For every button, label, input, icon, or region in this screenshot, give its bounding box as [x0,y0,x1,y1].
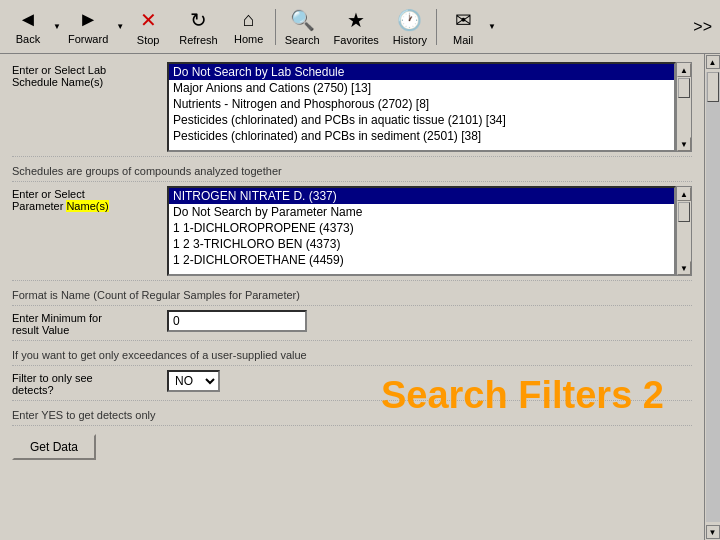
main-scrollbar: ▲ ▼ [704,54,720,540]
search-label: Search [285,34,320,46]
lab-schedule-scrollbar: ▲ ▼ [676,62,692,152]
parameter-listbox-container: NITROGEN NITRATE D. (337)Do Not Search b… [167,186,692,276]
parameter-name-highlight: Name(s) [66,200,108,212]
mail-button[interactable]: ✉ Mail [439,4,487,50]
detects-info: Enter YES to get detects only [12,407,692,426]
stop-button[interactable]: ✕ Stop [124,4,172,50]
lab-schedule-scroll-track [677,77,691,137]
parameter-item[interactable]: Do Not Search by Parameter Name [169,204,674,220]
history-label: History [393,34,427,46]
stop-label: Stop [137,34,160,46]
parameter-item[interactable]: NITROGEN NITRATE D. (337) [169,188,674,204]
main-scroll-up[interactable]: ▲ [706,55,720,69]
back-arrow[interactable]: ▼ [53,22,61,31]
favorites-button[interactable]: ★ Favorites [327,4,386,50]
lab-schedule-scroll-thumb[interactable] [678,78,690,98]
back-button[interactable]: ◄ Back [4,4,52,50]
parameter-scroll-track [677,201,691,261]
lab-schedule-row: Enter or Select LabSchedule Name(s) Do N… [12,62,692,157]
refresh-icon: ↻ [190,8,207,32]
main-scroll-down[interactable]: ▼ [706,525,720,539]
get-data-button[interactable]: Get Data [12,434,96,460]
stop-icon: ✕ [140,8,157,32]
lab-schedule-listbox-container: Do Not Search by Lab ScheduleMajor Anion… [167,62,692,152]
back-label: Back [16,33,40,45]
back-icon: ◄ [18,8,38,31]
toolbar-separator-2 [436,9,437,45]
home-icon: ⌂ [243,8,255,31]
min-value-input[interactable] [167,310,307,332]
parameter-scroll-thumb[interactable] [678,202,690,222]
filter-row: Filter to only seedetects? NOYES [12,370,692,401]
lab-schedule-label: Enter or Select LabSchedule Name(s) [12,62,167,88]
mail-icon: ✉ [455,8,472,32]
parameter-label: Enter or SelectParameter Name(s) [12,186,167,212]
search-button[interactable]: 🔍 Search [278,4,327,50]
lab-schedule-listbox[interactable]: Do Not Search by Lab ScheduleMajor Anion… [167,62,676,152]
lab-schedule-item[interactable]: Major Anions and Cations (2750) [13] [169,80,674,96]
refresh-label: Refresh [179,34,218,46]
forward-label: Forward [68,33,108,45]
parameter-row: Enter or SelectParameter Name(s) NITROGE… [12,186,692,281]
lab-schedule-item[interactable]: Pesticides (chlorinated) and PCBs in sed… [169,128,674,144]
min-value-label: Enter Minimum forresult Value [12,310,167,336]
lab-schedule-item[interactable]: Nutrients - Nitrogen and Phosphorous (27… [169,96,674,112]
refresh-button[interactable]: ↻ Refresh [172,4,225,50]
filter-label: Filter to only seedetects? [12,370,167,396]
parameter-scroll-down[interactable]: ▼ [677,261,691,275]
mail-label: Mail [453,34,473,46]
home-label: Home [234,33,263,45]
content-area: Enter or Select LabSchedule Name(s) Do N… [0,54,704,540]
toolbar: ◄ Back ▼ ► Forward ▼ ✕ Stop ↻ Refresh ⌂ … [0,0,720,54]
main-area: Enter or Select LabSchedule Name(s) Do N… [0,54,720,540]
parameter-item[interactable]: 1 2-DICHLOROETHANE (4459) [169,252,674,268]
get-data-row: Get Data [12,434,692,460]
history-button[interactable]: 🕐 History [386,4,434,50]
parameter-scrollbar: ▲ ▼ [676,186,692,276]
min-value-row: Enter Minimum forresult Value [12,310,692,341]
main-scroll-thumb[interactable] [707,72,719,102]
lab-schedule-item[interactable]: Pesticides (chlorinated) and PCBs in aqu… [169,112,674,128]
exceedance-info: If you want to get only exceedances of a… [12,347,692,366]
format-info: Format is Name (Count of Regular Samples… [12,287,692,306]
parameter-scroll-up[interactable]: ▲ [677,187,691,201]
favorites-label: Favorites [334,34,379,46]
history-icon: 🕐 [397,8,422,32]
toolbar-separator-1 [275,9,276,45]
forward-icon: ► [78,8,98,31]
favorites-icon: ★ [347,8,365,32]
home-button[interactable]: ⌂ Home [225,4,273,50]
search-icon: 🔍 [290,8,315,32]
filter-select[interactable]: NOYES [167,370,220,392]
lab-schedule-scroll-down[interactable]: ▼ [677,137,691,151]
expand-button[interactable]: >> [689,16,716,38]
schedule-info: Schedules are groups of compounds analyz… [12,163,692,182]
lab-schedule-scroll-up[interactable]: ▲ [677,63,691,77]
main-scroll-track [706,72,720,522]
parameter-listbox[interactable]: NITROGEN NITRATE D. (337)Do Not Search b… [167,186,676,276]
forward-arrow[interactable]: ▼ [116,22,124,31]
parameter-item[interactable]: 1 2 3-TRICHLORO BEN (4373) [169,236,674,252]
mail-arrow[interactable]: ▼ [488,22,496,31]
forward-button[interactable]: ► Forward [61,4,115,50]
lab-schedule-item[interactable]: Do Not Search by Lab Schedule [169,64,674,80]
parameter-item[interactable]: 1 1-DICHLOROPROPENE (4373) [169,220,674,236]
